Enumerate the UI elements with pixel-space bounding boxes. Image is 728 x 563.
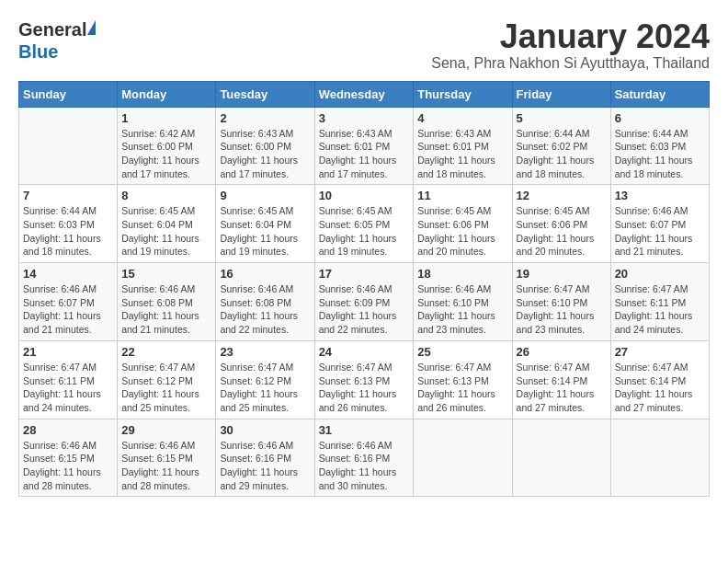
logo-general-text: General — [18, 18, 86, 40]
calendar-cell: 26Sunrise: 6:47 AMSunset: 6:14 PMDayligh… — [512, 340, 610, 419]
weekday-header-friday: Friday — [512, 81, 610, 107]
day-number: 29 — [121, 423, 211, 437]
day-number: 23 — [220, 345, 310, 359]
day-detail: Sunrise: 6:42 AMSunset: 6:00 PMDaylight:… — [121, 127, 211, 181]
weekday-header-row: SundayMondayTuesdayWednesdayThursdayFrid… — [19, 81, 710, 107]
day-number: 21 — [23, 345, 113, 359]
page-header: General Blue January 2024 Sena, Phra Nak… — [18, 18, 710, 72]
calendar-week-3: 14Sunrise: 6:46 AMSunset: 6:07 PMDayligh… — [19, 263, 710, 341]
calendar-cell: 28Sunrise: 6:46 AMSunset: 6:15 PMDayligh… — [19, 419, 118, 497]
calendar-cell: 23Sunrise: 6:47 AMSunset: 6:12 PMDayligh… — [216, 340, 314, 419]
day-detail: Sunrise: 6:47 AMSunset: 6:11 PMDaylight:… — [23, 361, 113, 415]
day-number: 3 — [319, 111, 410, 125]
title-block: January 2024 Sena, Phra Nakhon Si Ayutth… — [431, 18, 710, 72]
day-number: 17 — [319, 267, 410, 281]
location-title: Sena, Phra Nakhon Si Ayutthaya, Thailand — [431, 55, 710, 72]
day-number: 20 — [615, 267, 705, 281]
day-number: 6 — [615, 111, 705, 125]
day-detail: Sunrise: 6:43 AMSunset: 6:01 PMDaylight:… — [319, 127, 410, 181]
day-detail: Sunrise: 6:46 AMSunset: 6:07 PMDaylight:… — [23, 282, 113, 337]
day-detail: Sunrise: 6:44 AMSunset: 6:02 PMDaylight:… — [517, 127, 607, 181]
calendar-cell: 13Sunrise: 6:46 AMSunset: 6:07 PMDayligh… — [610, 185, 709, 263]
calendar-table: SundayMondayTuesdayWednesdayThursdayFrid… — [18, 81, 710, 498]
calendar-cell — [19, 107, 118, 185]
day-number: 15 — [121, 267, 211, 281]
day-number: 31 — [319, 423, 410, 437]
calendar-body: 1Sunrise: 6:42 AMSunset: 6:00 PMDaylight… — [19, 107, 710, 497]
day-detail: Sunrise: 6:46 AMSunset: 6:08 PMDaylight:… — [220, 282, 310, 337]
day-detail: Sunrise: 6:46 AMSunset: 6:10 PMDaylight:… — [417, 282, 507, 337]
day-number: 30 — [220, 423, 310, 437]
logo: General Blue — [18, 18, 97, 63]
day-detail: Sunrise: 6:47 AMSunset: 6:14 PMDaylight:… — [615, 361, 705, 415]
calendar-cell: 11Sunrise: 6:45 AMSunset: 6:06 PMDayligh… — [414, 185, 512, 263]
day-number: 16 — [220, 267, 310, 281]
day-number: 28 — [23, 423, 113, 437]
day-detail: Sunrise: 6:43 AMSunset: 6:00 PMDaylight:… — [220, 127, 310, 181]
day-number: 24 — [319, 345, 410, 359]
weekday-header-tuesday: Tuesday — [216, 81, 314, 107]
day-number: 14 — [23, 267, 113, 281]
calendar-cell: 6Sunrise: 6:44 AMSunset: 6:03 PMDaylight… — [610, 107, 709, 185]
day-number: 25 — [417, 345, 507, 359]
calendar-cell: 21Sunrise: 6:47 AMSunset: 6:11 PMDayligh… — [19, 340, 118, 419]
day-detail: Sunrise: 6:47 AMSunset: 6:12 PMDaylight:… — [220, 361, 310, 415]
calendar-week-5: 28Sunrise: 6:46 AMSunset: 6:15 PMDayligh… — [19, 419, 710, 497]
calendar-week-1: 1Sunrise: 6:42 AMSunset: 6:00 PMDaylight… — [19, 107, 710, 185]
calendar-cell: 18Sunrise: 6:46 AMSunset: 6:10 PMDayligh… — [414, 263, 512, 341]
month-title: January 2024 — [431, 18, 710, 55]
calendar-cell: 9Sunrise: 6:45 AMSunset: 6:04 PMDaylight… — [216, 185, 314, 263]
calendar-week-2: 7Sunrise: 6:44 AMSunset: 6:03 PMDaylight… — [19, 185, 710, 263]
calendar-cell — [414, 419, 512, 497]
calendar-cell — [610, 419, 709, 497]
day-detail: Sunrise: 6:45 AMSunset: 6:04 PMDaylight:… — [121, 204, 211, 259]
day-number: 19 — [517, 267, 607, 281]
day-number: 26 — [517, 345, 607, 359]
day-number: 11 — [417, 189, 507, 202]
calendar-cell: 3Sunrise: 6:43 AMSunset: 6:01 PMDaylight… — [314, 107, 414, 185]
weekday-header-sunday: Sunday — [19, 81, 118, 107]
weekday-header-wednesday: Wednesday — [314, 81, 414, 107]
logo-triangle-icon — [87, 20, 96, 35]
calendar-cell: 2Sunrise: 6:43 AMSunset: 6:00 PMDaylight… — [216, 107, 314, 185]
calendar-cell: 12Sunrise: 6:45 AMSunset: 6:06 PMDayligh… — [512, 185, 610, 263]
day-number: 8 — [121, 189, 211, 202]
day-number: 7 — [23, 189, 113, 202]
day-number: 5 — [517, 111, 607, 125]
calendar-cell: 7Sunrise: 6:44 AMSunset: 6:03 PMDaylight… — [19, 185, 118, 263]
calendar-cell: 19Sunrise: 6:47 AMSunset: 6:10 PMDayligh… — [512, 263, 610, 341]
calendar-week-4: 21Sunrise: 6:47 AMSunset: 6:11 PMDayligh… — [19, 340, 710, 419]
day-detail: Sunrise: 6:46 AMSunset: 6:09 PMDaylight:… — [319, 282, 410, 337]
day-number: 27 — [615, 345, 705, 359]
day-detail: Sunrise: 6:43 AMSunset: 6:01 PMDaylight:… — [417, 127, 507, 181]
day-detail: Sunrise: 6:46 AMSunset: 6:16 PMDaylight:… — [220, 439, 310, 493]
calendar-cell: 17Sunrise: 6:46 AMSunset: 6:09 PMDayligh… — [314, 263, 414, 341]
day-detail: Sunrise: 6:45 AMSunset: 6:06 PMDaylight:… — [417, 204, 507, 259]
calendar-cell: 4Sunrise: 6:43 AMSunset: 6:01 PMDaylight… — [414, 107, 512, 185]
day-number: 9 — [220, 189, 310, 202]
day-detail: Sunrise: 6:45 AMSunset: 6:05 PMDaylight:… — [319, 204, 410, 259]
logo-blue-text: Blue — [18, 41, 58, 62]
day-number: 10 — [319, 189, 410, 202]
calendar-cell — [512, 419, 610, 497]
day-detail: Sunrise: 6:47 AMSunset: 6:13 PMDaylight:… — [417, 361, 507, 415]
day-detail: Sunrise: 6:47 AMSunset: 6:13 PMDaylight:… — [319, 361, 410, 415]
day-number: 22 — [121, 345, 211, 359]
day-detail: Sunrise: 6:46 AMSunset: 6:16 PMDaylight:… — [319, 439, 410, 493]
calendar-cell: 10Sunrise: 6:45 AMSunset: 6:05 PMDayligh… — [314, 185, 414, 263]
day-detail: Sunrise: 6:44 AMSunset: 6:03 PMDaylight:… — [615, 127, 705, 181]
day-number: 13 — [615, 189, 705, 202]
calendar-cell: 31Sunrise: 6:46 AMSunset: 6:16 PMDayligh… — [314, 419, 414, 497]
day-number: 18 — [417, 267, 507, 281]
calendar-cell: 1Sunrise: 6:42 AMSunset: 6:00 PMDaylight… — [118, 107, 216, 185]
day-detail: Sunrise: 6:47 AMSunset: 6:11 PMDaylight:… — [615, 282, 705, 337]
calendar-cell: 16Sunrise: 6:46 AMSunset: 6:08 PMDayligh… — [216, 263, 314, 341]
day-detail: Sunrise: 6:46 AMSunset: 6:07 PMDaylight:… — [615, 204, 705, 259]
calendar-header: SundayMondayTuesdayWednesdayThursdayFrid… — [19, 81, 710, 107]
day-detail: Sunrise: 6:44 AMSunset: 6:03 PMDaylight:… — [23, 204, 113, 259]
day-detail: Sunrise: 6:45 AMSunset: 6:04 PMDaylight:… — [220, 204, 310, 259]
weekday-header-saturday: Saturday — [610, 81, 709, 107]
day-detail: Sunrise: 6:47 AMSunset: 6:10 PMDaylight:… — [517, 282, 607, 337]
day-detail: Sunrise: 6:45 AMSunset: 6:06 PMDaylight:… — [517, 204, 607, 259]
calendar-cell: 20Sunrise: 6:47 AMSunset: 6:11 PMDayligh… — [610, 263, 709, 341]
